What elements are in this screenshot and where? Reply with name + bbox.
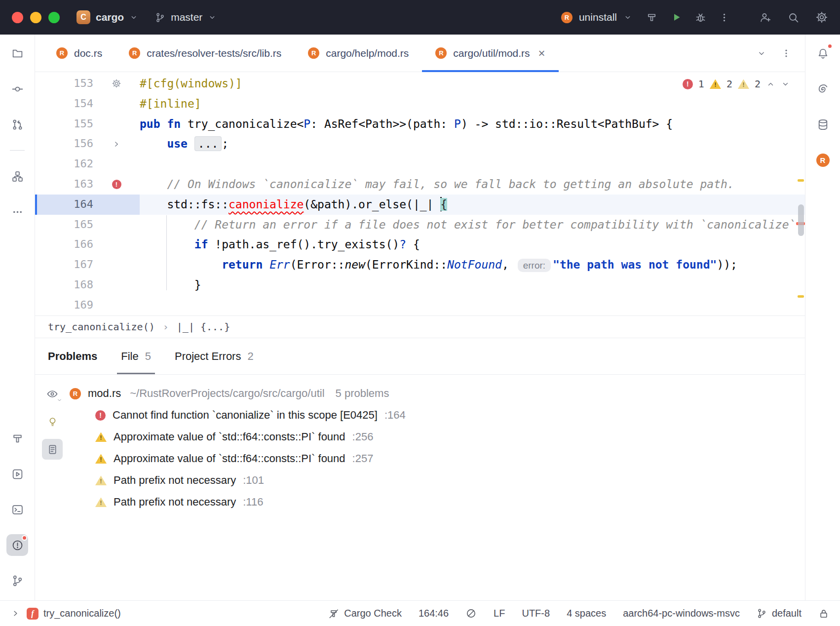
problem-row[interactable]: !Approximate value of `std::f64::consts:… — [70, 448, 805, 470]
indent-widget[interactable]: 4 spaces — [567, 608, 606, 619]
pull-requests-tool-button[interactable] — [6, 114, 28, 135]
editor-line-166[interactable]: 166 if !path.as_ref().try_exists()? { — [35, 235, 805, 255]
highlighting-level-widget[interactable] — [465, 608, 477, 619]
code-line[interactable]: // On Windows `canonicalize` may fail, s… — [140, 174, 805, 195]
editor-tab[interactable]: Rcrates/resolver-tests/src/lib.rs — [115, 35, 295, 72]
problems-file-row[interactable]: Rmod.rs~/RustRoverProjects/cargo/src/car… — [70, 383, 805, 404]
code-editor[interactable]: 153#[cfg(windows)]154#[inline]155pub fn … — [35, 72, 805, 315]
gutter[interactable]: 164 — [35, 195, 140, 215]
gutter[interactable]: 153 — [35, 74, 140, 94]
error-lamp-icon[interactable]: ! — [112, 180, 121, 189]
code-line[interactable]: pub fn try_canonicalize<P: AsRef<Path>>(… — [140, 114, 805, 134]
editor-tab[interactable]: Rcargo/util/mod.rs× — [422, 35, 558, 72]
gutter[interactable]: 155 — [35, 114, 140, 134]
editor-line-163[interactable]: 163! // On Windows `canonicalize` may fa… — [35, 174, 805, 195]
line-number[interactable]: 164 — [35, 195, 93, 215]
gutter-settings-icon[interactable] — [112, 78, 121, 88]
line-number[interactable]: 154 — [35, 94, 93, 114]
problem-row[interactable]: !Cannot find function `canonialize` in t… — [70, 404, 805, 426]
gutter[interactable]: 162 — [35, 154, 140, 174]
editor-line-169[interactable]: 169 — [35, 295, 805, 315]
filter-view-options-button[interactable] — [42, 384, 63, 404]
settings-button[interactable] — [815, 11, 828, 24]
problem-row[interactable]: !Path prefix not necessary:116 — [70, 491, 805, 513]
vcs-branch-widget[interactable]: master — [155, 11, 217, 23]
code-line[interactable]: } — [140, 275, 805, 295]
line-number[interactable]: 165 — [35, 215, 93, 235]
zoom-window-button[interactable] — [48, 12, 60, 23]
inspections-widget[interactable]: ! 1 ! 2 ! 2 — [683, 78, 790, 90]
current-function-widget[interactable]: f try_canonicalize() — [27, 608, 121, 620]
previous-problem-icon[interactable] — [766, 79, 775, 89]
editor-line-154[interactable]: 154#[inline] — [35, 94, 805, 114]
encoding-widget[interactable]: UTF-8 — [522, 608, 550, 619]
next-problem-icon[interactable] — [781, 79, 790, 89]
tab-file[interactable]: File 5 — [121, 338, 151, 374]
warning-stripe-mark[interactable] — [798, 179, 804, 182]
run-button[interactable] — [670, 11, 682, 23]
line-number[interactable]: 169 — [35, 295, 93, 315]
gutter[interactable]: 168 — [35, 275, 140, 295]
code-line[interactable]: return Err(Error::new(ErrorKind::NotFoun… — [140, 255, 805, 275]
code-line[interactable] — [140, 154, 805, 174]
problem-row[interactable]: !Path prefix not necessary:101 — [70, 470, 805, 491]
database-tool-button[interactable] — [812, 114, 834, 135]
code-line[interactable]: if !path.as_ref().try_exists()? { — [140, 235, 805, 255]
line-number[interactable]: 166 — [35, 235, 93, 255]
code-line[interactable]: // Return an error if a file does not ex… — [140, 215, 805, 235]
gutter[interactable]: 169 — [35, 295, 140, 315]
ai-assistant-button[interactable] — [812, 78, 834, 100]
terminal-tool-button[interactable] — [6, 499, 28, 520]
gutter[interactable]: 165 — [35, 215, 140, 235]
expand-statusbar-icon[interactable] — [11, 609, 20, 618]
minimize-window-button[interactable] — [30, 12, 41, 23]
cargo-check-widget[interactable]: Cargo Check — [328, 608, 402, 619]
code-line[interactable]: std::fs::canonialize(&path).or_else(|_| … — [140, 195, 805, 215]
build-tool-button[interactable] — [6, 428, 28, 449]
services-tool-button[interactable] — [6, 463, 28, 485]
tab-list-dropdown-icon[interactable] — [757, 48, 766, 58]
code-line[interactable]: use ...; — [140, 134, 805, 154]
editor-line-165[interactable]: 165 // Return an error if a file does no… — [35, 215, 805, 235]
gutter[interactable]: 167 — [35, 255, 140, 275]
gutter[interactable]: 166 — [35, 235, 140, 255]
tab-options-icon[interactable] — [781, 48, 791, 58]
line-number[interactable]: 167 — [35, 255, 93, 275]
more-actions-button[interactable] — [719, 12, 729, 23]
cargo-tool-button[interactable]: R — [812, 149, 834, 171]
warning-stripe-mark[interactable] — [798, 295, 804, 298]
lock-icon[interactable] — [818, 608, 829, 619]
editor-line-167[interactable]: 167 return Err(Error::new(ErrorKind::Not… — [35, 255, 805, 275]
code-line[interactable]: #[inline] — [140, 94, 805, 114]
line-separator-widget[interactable]: LF — [494, 608, 505, 619]
search-everywhere-button[interactable] — [787, 11, 800, 24]
line-number[interactable]: 153 — [35, 74, 93, 94]
problems-tool-button[interactable] — [6, 534, 28, 556]
editor-line-164[interactable]: 164 std::fs::canonialize(&path).or_else(… — [35, 195, 805, 215]
notifications-button[interactable] — [812, 42, 834, 64]
gutter[interactable]: 156 — [35, 134, 140, 154]
quick-fix-button[interactable] — [42, 411, 63, 432]
line-number[interactable]: 168 — [35, 275, 93, 295]
code-with-me-button[interactable] — [759, 11, 771, 24]
line-number[interactable]: 155 — [35, 114, 93, 134]
vcs-widget[interactable]: default — [757, 608, 802, 619]
editor-tab[interactable]: Rdoc.rs — [43, 35, 115, 72]
problem-row[interactable]: !Approximate value of `std::f64::consts:… — [70, 426, 805, 448]
code-line[interactable] — [140, 295, 805, 315]
editor-line-168[interactable]: 168 } — [35, 275, 805, 295]
project-widget[interactable]: C cargo — [76, 10, 138, 24]
breadcrumb-item[interactable]: try_canonicalize() — [48, 321, 155, 333]
build-button[interactable] — [646, 12, 657, 23]
open-in-preview-button[interactable] — [42, 439, 63, 460]
editor-line-156[interactable]: 156 use ...; — [35, 134, 805, 154]
editor-tab[interactable]: Rcargo/help/mod.rs — [295, 35, 422, 72]
target-widget[interactable]: aarch64-pc-windows-msvc — [623, 608, 740, 619]
project-tool-button[interactable] — [6, 42, 28, 64]
breadcrumb-item[interactable]: |_| {...} — [177, 321, 230, 333]
run-configuration-widget[interactable]: R uninstall — [561, 11, 632, 23]
close-tab-icon[interactable]: × — [538, 47, 545, 59]
tab-project-errors[interactable]: Project Errors 2 — [175, 338, 254, 374]
editor-line-155[interactable]: 155pub fn try_canonicalize<P: AsRef<Path… — [35, 114, 805, 134]
editor-scrollbar[interactable] — [798, 204, 804, 236]
